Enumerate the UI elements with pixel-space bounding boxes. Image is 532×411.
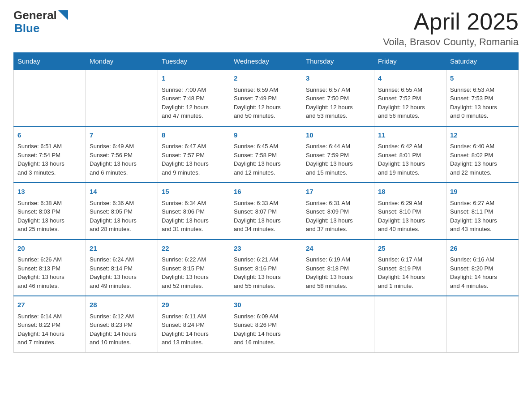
day-number: 13: [17, 187, 82, 197]
calendar-cell: 21Sunrise: 6:24 AMSunset: 8:14 PMDayligh…: [86, 240, 158, 296]
day-number: 28: [90, 300, 154, 310]
weekday-header-friday: Friday: [374, 53, 446, 70]
calendar-cell: 13Sunrise: 6:38 AMSunset: 8:03 PMDayligh…: [14, 183, 86, 240]
weekday-header-thursday: Thursday: [302, 53, 374, 70]
day-number: 21: [90, 244, 154, 254]
weekday-header-saturday: Saturday: [446, 53, 519, 70]
logo: General Blue: [13, 9, 68, 34]
calendar-cell: 19Sunrise: 6:27 AMSunset: 8:11 PMDayligh…: [446, 183, 519, 240]
day-number: 12: [450, 130, 515, 141]
calendar-cell: 3Sunrise: 6:57 AMSunset: 7:50 PMDaylight…: [302, 70, 374, 126]
calendar-cell: 27Sunrise: 6:14 AMSunset: 8:22 PMDayligh…: [14, 296, 86, 352]
calendar-cell: 30Sunrise: 6:09 AMSunset: 8:26 PMDayligh…: [230, 296, 302, 352]
calendar-cell: 14Sunrise: 6:36 AMSunset: 8:05 PMDayligh…: [86, 183, 158, 240]
day-number: 11: [378, 130, 442, 141]
weekday-header-monday: Monday: [86, 53, 158, 70]
calendar-cell: 5Sunrise: 6:53 AMSunset: 7:53 PMDaylight…: [446, 70, 519, 126]
calendar-week-row: 27Sunrise: 6:14 AMSunset: 8:22 PMDayligh…: [14, 296, 519, 352]
location-title: Voila, Brasov County, Romania: [383, 36, 519, 48]
day-number: 8: [162, 130, 226, 141]
day-number: 17: [306, 187, 370, 197]
calendar-week-row: 1Sunrise: 7:00 AMSunset: 7:48 PMDaylight…: [14, 70, 519, 126]
calendar-table: SundayMondayTuesdayWednesdayThursdayFrid…: [13, 52, 519, 353]
day-number: 29: [162, 300, 226, 310]
day-number: 24: [306, 244, 370, 254]
title-block: April 2025 Voila, Brasov County, Romania: [383, 9, 519, 48]
calendar-cell: 9Sunrise: 6:45 AMSunset: 7:58 PMDaylight…: [230, 126, 302, 183]
calendar-cell: 28Sunrise: 6:12 AMSunset: 8:23 PMDayligh…: [86, 296, 158, 352]
day-number: 2: [234, 73, 298, 84]
calendar-cell: 16Sunrise: 6:33 AMSunset: 8:07 PMDayligh…: [230, 183, 302, 240]
calendar-cell: 24Sunrise: 6:19 AMSunset: 8:18 PMDayligh…: [302, 240, 374, 296]
day-number: 14: [90, 187, 154, 197]
calendar-cell: 25Sunrise: 6:17 AMSunset: 8:19 PMDayligh…: [374, 240, 446, 296]
calendar-cell: [374, 296, 446, 352]
calendar-cell: 12Sunrise: 6:40 AMSunset: 8:02 PMDayligh…: [446, 126, 519, 183]
calendar-header-row: SundayMondayTuesdayWednesdayThursdayFrid…: [14, 53, 519, 70]
day-number: 22: [162, 244, 226, 254]
calendar-cell: 8Sunrise: 6:47 AMSunset: 7:57 PMDaylight…: [158, 126, 230, 183]
day-number: 4: [378, 73, 442, 84]
day-number: 16: [234, 187, 298, 197]
day-number: 1: [162, 73, 226, 84]
weekday-header-sunday: Sunday: [14, 53, 86, 70]
day-number: 7: [90, 130, 154, 141]
day-number: 27: [17, 300, 82, 310]
page-header: General Blue April 2025 Voila, Brasov Co…: [13, 9, 519, 48]
calendar-cell: 15Sunrise: 6:34 AMSunset: 8:06 PMDayligh…: [158, 183, 230, 240]
calendar-cell: 18Sunrise: 6:29 AMSunset: 8:10 PMDayligh…: [374, 183, 446, 240]
day-number: 19: [450, 187, 515, 197]
day-number: 20: [17, 244, 82, 254]
day-number: 10: [306, 130, 370, 141]
calendar-cell: 26Sunrise: 6:16 AMSunset: 8:20 PMDayligh…: [446, 240, 519, 296]
day-number: 25: [378, 244, 442, 254]
svg-marker-0: [58, 10, 68, 20]
month-title: April 2025: [383, 9, 519, 34]
calendar-week-row: 20Sunrise: 6:26 AMSunset: 8:13 PMDayligh…: [14, 240, 519, 296]
day-number: 3: [306, 73, 370, 84]
weekday-header-tuesday: Tuesday: [158, 53, 230, 70]
calendar-cell: 20Sunrise: 6:26 AMSunset: 8:13 PMDayligh…: [14, 240, 86, 296]
calendar-cell: 4Sunrise: 6:55 AMSunset: 7:52 PMDaylight…: [374, 70, 446, 126]
day-number: 5: [450, 73, 515, 84]
logo-arrow-icon: [58, 10, 68, 20]
calendar-cell: 2Sunrise: 6:59 AMSunset: 7:49 PMDaylight…: [230, 70, 302, 126]
calendar-cell: 1Sunrise: 7:00 AMSunset: 7:48 PMDaylight…: [158, 70, 230, 126]
calendar-cell: 10Sunrise: 6:44 AMSunset: 7:59 PMDayligh…: [302, 126, 374, 183]
calendar-cell: 11Sunrise: 6:42 AMSunset: 8:01 PMDayligh…: [374, 126, 446, 183]
day-number: 30: [234, 300, 298, 310]
logo-blue: Blue: [14, 22, 68, 35]
calendar-cell: 6Sunrise: 6:51 AMSunset: 7:54 PMDaylight…: [14, 126, 86, 183]
calendar-cell: 29Sunrise: 6:11 AMSunset: 8:24 PMDayligh…: [158, 296, 230, 352]
day-number: 18: [378, 187, 442, 197]
logo-general: General: [13, 9, 57, 22]
calendar-cell: 7Sunrise: 6:49 AMSunset: 7:56 PMDaylight…: [86, 126, 158, 183]
day-number: 23: [234, 244, 298, 254]
calendar-week-row: 13Sunrise: 6:38 AMSunset: 8:03 PMDayligh…: [14, 183, 519, 240]
calendar-week-row: 6Sunrise: 6:51 AMSunset: 7:54 PMDaylight…: [14, 126, 519, 183]
day-number: 26: [450, 244, 515, 254]
calendar-cell: [302, 296, 374, 352]
calendar-cell: 23Sunrise: 6:21 AMSunset: 8:16 PMDayligh…: [230, 240, 302, 296]
calendar-cell: 22Sunrise: 6:22 AMSunset: 8:15 PMDayligh…: [158, 240, 230, 296]
calendar-cell: [86, 70, 158, 126]
day-number: 9: [234, 130, 298, 141]
calendar-cell: [446, 296, 519, 352]
calendar-cell: [14, 70, 86, 126]
day-number: 15: [162, 187, 226, 197]
day-number: 6: [17, 130, 82, 141]
calendar-cell: 17Sunrise: 6:31 AMSunset: 8:09 PMDayligh…: [302, 183, 374, 240]
weekday-header-wednesday: Wednesday: [230, 53, 302, 70]
